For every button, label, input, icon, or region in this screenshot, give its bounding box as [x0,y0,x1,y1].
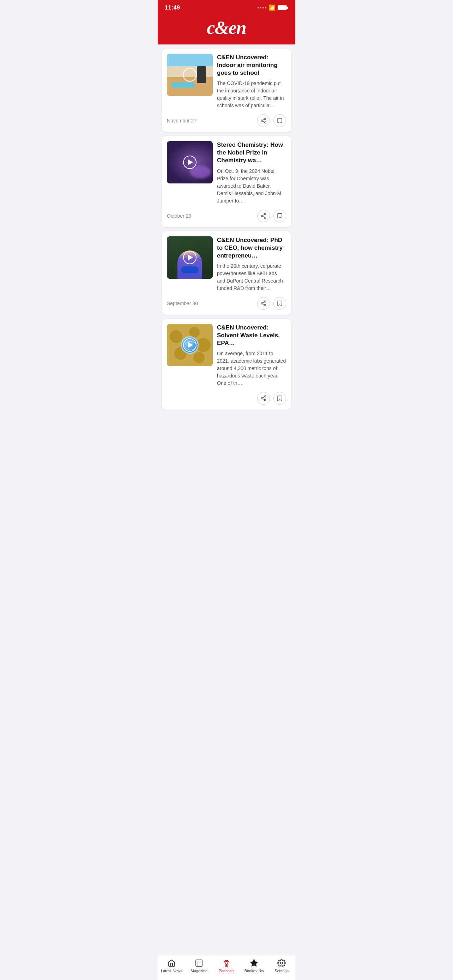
article-thumbnail [167,324,213,366]
app-header: c&en [158,14,295,45]
article-card[interactable]: C&EN Uncovered: Indoor air monitoring go… [162,49,291,132]
article-card[interactable]: C&EN Uncovered: PhD to CEO, how chemistr… [162,231,291,315]
article-excerpt: On Oct. 9, the 2024 Nobel Prize for Chem… [217,167,286,205]
status-time: 11:49 [165,5,180,11]
share-icon [261,118,267,124]
article-text: C&EN Uncovered: Indoor air monitoring go… [217,54,286,109]
bookmark-icon [277,213,283,219]
article-date: September 30 [167,301,198,306]
article-text: C&EN Uncovered: PhD to CEO, how chemistr… [217,236,286,292]
bookmark-icon [277,118,283,124]
article-text: C&EN Uncovered: Solvent Waste Levels, EP… [217,324,286,387]
article-card[interactable]: C&EN Uncovered: Solvent Waste Levels, EP… [162,319,291,410]
wifi-icon: 📶 [269,4,275,11]
share-button[interactable] [257,210,270,222]
article-date: October 29 [167,213,191,219]
article-top: Stereo Chemistry: How the Nobel Prize in… [167,141,286,204]
article-excerpt: The COVID-19 pandemic put the importance… [217,80,286,109]
play-button[interactable] [183,338,197,352]
article-title: C&EN Uncovered: PhD to CEO, how chemistr… [217,236,286,259]
status-bar: 11:49 📶 [158,0,295,14]
article-thumbnail [167,141,213,183]
article-top: C&EN Uncovered: Solvent Waste Levels, EP… [167,324,286,387]
article-title: Stereo Chemistry: How the Nobel Prize in… [217,141,286,164]
article-title: C&EN Uncovered: Indoor air monitoring go… [217,54,286,77]
signal-dots-icon [257,7,266,8]
bookmark-button[interactable] [273,210,286,222]
status-icons: 📶 [257,4,288,11]
article-excerpt: On average, from 2011 to 2021, academic … [217,350,286,387]
play-button[interactable] [183,251,197,264]
logo-text: c&en [207,18,246,38]
article-text: Stereo Chemistry: How the Nobel Prize in… [217,141,286,204]
article-footer: October 29 [167,210,286,222]
bookmark-icon [277,300,283,307]
article-top: C&EN Uncovered: PhD to CEO, how chemistr… [167,236,286,292]
article-actions [257,210,286,222]
article-date: November 27 [167,118,197,124]
bookmark-button[interactable] [273,297,286,310]
share-icon [261,300,267,307]
battery-icon [278,5,288,10]
article-actions [257,392,286,405]
main-content: C&EN Uncovered: Indoor air monitoring go… [158,45,295,438]
article-footer: November 27 [167,114,286,127]
bookmark-button[interactable] [273,392,286,405]
share-icon [261,395,267,401]
article-top: C&EN Uncovered: Indoor air monitoring go… [167,54,286,109]
share-button[interactable] [257,297,270,310]
share-button[interactable] [257,114,270,127]
article-actions [257,297,286,310]
app-logo: c&en [207,17,246,38]
article-footer: September 30 [167,297,286,310]
article-title: C&EN Uncovered: Solvent Waste Levels, EP… [217,324,286,347]
bookmark-icon [277,395,283,401]
article-thumbnail [167,54,213,96]
play-button[interactable] [183,156,197,169]
article-excerpt: In the 20th century, corporate powerhous… [217,262,286,292]
share-button[interactable] [257,392,270,405]
article-footer [167,392,286,405]
article-card[interactable]: Stereo Chemistry: How the Nobel Prize in… [162,136,291,227]
article-actions [257,114,286,127]
bookmark-button[interactable] [273,114,286,127]
share-icon [261,213,267,219]
article-thumbnail [167,236,213,279]
